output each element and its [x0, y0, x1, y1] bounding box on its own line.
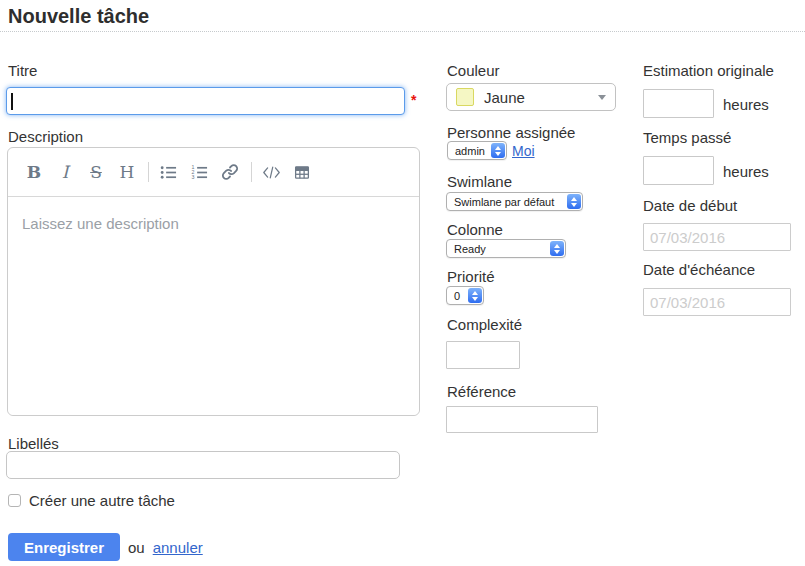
labels-input[interactable] — [6, 451, 400, 479]
color-select-value: Jaune — [484, 89, 525, 106]
toolbar-separator — [251, 162, 252, 182]
complexity-input[interactable] — [446, 341, 520, 369]
due-date-label: Date d'échéance — [643, 261, 755, 278]
bold-button[interactable]: B — [22, 159, 46, 185]
select-stepper-icon — [491, 143, 505, 158]
assignee-select-value: admin — [455, 145, 485, 157]
ordered-list-button[interactable]: 1 2 3 — [187, 159, 211, 185]
column-label: Colonne — [447, 221, 503, 238]
table-icon — [293, 164, 311, 181]
save-button[interactable]: Enregistrer — [8, 533, 120, 561]
create-another-row: Créer une autre tâche — [8, 492, 175, 509]
select-stepper-icon — [567, 194, 581, 209]
editor-toolbar: B I S H 1 2 3 — [8, 148, 419, 197]
page-title: Nouvelle tâche — [8, 5, 149, 28]
estimate-unit: heures — [723, 96, 769, 113]
cancel-link[interactable]: annuler — [153, 539, 203, 556]
code-icon — [262, 164, 281, 181]
time-spent-label: Temps passé — [643, 129, 731, 146]
priority-select[interactable]: 0 — [446, 286, 484, 305]
select-stepper-icon — [550, 241, 564, 256]
start-date-label: Date de début — [643, 197, 737, 214]
color-select[interactable]: Jaune — [446, 83, 616, 111]
link-icon — [221, 163, 239, 181]
unordered-list-icon — [160, 164, 177, 181]
title-input[interactable] — [6, 87, 405, 115]
toolbar-separator — [148, 162, 149, 182]
estimate-input[interactable] — [643, 89, 714, 118]
strikethrough-button[interactable]: S — [84, 159, 108, 185]
create-another-label: Créer une autre tâche — [29, 492, 175, 509]
select-stepper-icon — [468, 288, 482, 303]
due-date-input[interactable] — [643, 288, 791, 316]
swimlane-select[interactable]: Swimlane par défaut — [446, 192, 583, 211]
labels-label: Libellés — [8, 435, 59, 452]
swimlane-select-value: Swimlane par défaut — [454, 196, 561, 208]
form-actions: Enregistrer ou annuler — [8, 533, 203, 561]
priority-select-value: 0 — [454, 290, 462, 302]
start-date-input[interactable] — [643, 223, 791, 251]
heading-button[interactable]: H — [115, 159, 139, 185]
reference-input[interactable] — [446, 406, 598, 433]
create-another-checkbox[interactable] — [8, 494, 21, 507]
title-label: Titre — [8, 62, 37, 79]
time-spent-input[interactable] — [643, 156, 714, 185]
svg-text:3: 3 — [191, 174, 194, 180]
swimlane-label: Swimlane — [447, 173, 512, 190]
description-textarea[interactable] — [8, 198, 419, 415]
color-label: Couleur — [447, 62, 500, 79]
color-swatch-yellow — [456, 88, 474, 106]
chevron-down-icon — [598, 95, 606, 100]
or-text: ou — [128, 539, 145, 556]
description-editor: B I S H 1 2 3 — [7, 147, 420, 416]
time-spent-unit: heures — [723, 163, 769, 180]
description-label: Description — [8, 128, 83, 145]
new-task-form: Nouvelle tâche Titre * Description B I S… — [0, 0, 805, 566]
header-divider — [0, 31, 805, 32]
column-select[interactable]: Ready — [446, 239, 566, 258]
column-select-value: Ready — [454, 243, 544, 255]
complexity-label: Complexité — [447, 316, 522, 333]
assignee-label: Personne assignée — [447, 124, 575, 141]
reference-label: Référence — [447, 383, 516, 400]
unordered-list-button[interactable] — [156, 159, 180, 185]
assign-me-link[interactable]: Moi — [512, 143, 535, 159]
text-cursor — [11, 93, 13, 110]
link-button[interactable] — [218, 159, 242, 185]
estimate-label: Estimation originale — [643, 62, 774, 79]
italic-button[interactable]: I — [53, 159, 77, 185]
priority-label: Priorité — [447, 268, 495, 285]
table-button[interactable] — [290, 159, 314, 185]
code-button[interactable] — [259, 159, 283, 185]
ordered-list-icon: 1 2 3 — [191, 164, 208, 181]
required-asterisk: * — [411, 92, 416, 108]
assignee-select[interactable]: admin — [447, 141, 507, 160]
